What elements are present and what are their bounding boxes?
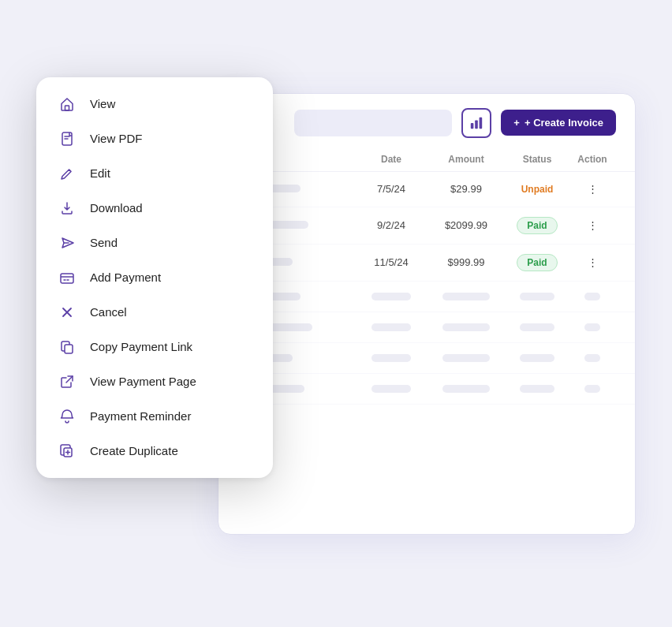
action-dots[interactable]: ⋮ [569,219,616,231]
edit-icon [58,165,76,182]
menu-label: Cancel [90,305,127,319]
table-row: 7/5/24 $29.99 Unpaid ⋮ [218,172,635,207]
menu-item-view-payment-page[interactable]: View Payment Page [36,364,273,399]
bell-icon [58,408,76,425]
menu-label: Send [90,236,118,249]
svg-rect-6 [65,345,73,353]
copy-icon [58,338,76,356]
svg-rect-5 [61,274,73,283]
status-badge: Paid [517,217,557,234]
svg-rect-3 [65,106,69,110]
create-invoice-button[interactable]: + + Create Invoice [501,110,616,136]
menu-label: View [90,97,115,110]
status-badge: Unpaid [512,181,563,197]
svg-rect-2 [480,117,483,128]
menu-label: Edit [90,166,110,180]
action-dots[interactable]: ⋮ [569,183,616,195]
table-row: 11/5/24 $999.99 Paid ⋮ [218,244,635,282]
context-menu: View View PDF Edit [36,77,273,478]
skeleton-row [218,312,635,343]
menu-label: Download [90,201,143,215]
svg-rect-0 [471,123,474,129]
file-icon [58,130,76,147]
chart-button[interactable] [461,108,491,138]
payment-icon [58,269,76,286]
svg-rect-1 [476,120,479,129]
scene: + + Create Invoice Date Amount Status Ac… [36,46,636,582]
menu-label: Create Duplicate [90,444,178,457]
external-icon [58,373,76,390]
table-row: 9/2/24 $2099.99 Paid ⋮ [218,207,635,244]
invoice-card: + + Create Invoice Date Amount Status Ac… [218,93,636,535]
menu-item-payment-reminder[interactable]: Payment Reminder [36,399,273,434]
skeleton-row [218,282,635,312]
table-header: Date Amount Status Action [218,147,635,172]
status-badge: Paid [517,254,557,271]
duplicate-icon [58,442,76,460]
skeleton-row [218,374,635,405]
create-invoice-icon: + [513,117,520,129]
menu-label: View PDF [90,132,142,145]
download-icon [58,200,76,217]
menu-item-download[interactable]: Download [36,191,273,226]
menu-item-view-pdf[interactable]: View PDF [36,121,273,156]
send-icon [58,234,76,252]
chart-icon [469,116,483,130]
menu-label: View Payment Page [90,375,196,388]
menu-label: Copy Payment Link [90,340,192,353]
action-dots[interactable]: ⋮ [569,256,616,268]
menu-item-create-duplicate[interactable]: Create Duplicate [36,434,273,468]
menu-label: Payment Reminder [90,409,191,423]
skeleton-row [218,343,635,374]
menu-item-edit[interactable]: Edit [36,156,273,191]
menu-item-view[interactable]: View [36,87,273,121]
menu-item-cancel[interactable]: Cancel [36,295,273,330]
search-bar[interactable] [294,110,452,136]
menu-label: Add Payment [90,271,161,284]
home-icon [58,95,76,113]
menu-item-copy-payment-link[interactable]: Copy Payment Link [36,330,273,364]
menu-item-send[interactable]: Send [36,226,273,260]
menu-item-add-payment[interactable]: Add Payment [36,260,273,295]
card-header: + + Create Invoice [218,94,635,147]
cancel-icon [58,304,76,321]
